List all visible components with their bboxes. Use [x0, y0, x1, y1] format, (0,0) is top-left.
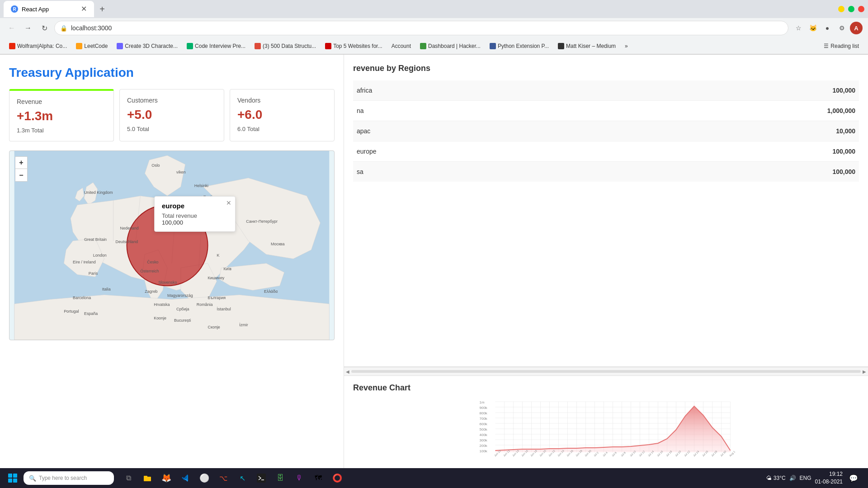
shield-icon[interactable]: ●	[821, 22, 834, 34]
address-bar[interactable]: 🔒 localhost:3000	[54, 21, 788, 35]
bookmark-wolfram-label: Wolfram|Alpha: Co...	[17, 43, 67, 49]
svg-text:100k: 100k	[480, 449, 488, 453]
svg-text:București: București	[174, 318, 191, 323]
region-row-sa: sa 100,000	[353, 162, 859, 182]
minimize-button[interactable]	[838, 6, 844, 12]
tooltip-region: europe	[162, 202, 228, 210]
vendors-card: Vendors +6.0 6.0 Total	[230, 89, 335, 141]
svg-text:Italia: Italia	[102, 287, 111, 291]
bookmark-python[interactable]: Python Extension P...	[486, 41, 552, 51]
svg-text:Great Britain: Great Britain	[84, 237, 107, 242]
region-value-na: 1,000,000	[827, 107, 855, 114]
svg-text:Deutschland: Deutschland	[116, 239, 138, 244]
region-value-sa: 100,000	[832, 168, 855, 175]
bookmark-hackerdash[interactable]: Dashboard | Hacker...	[416, 41, 484, 51]
scrollbar-track	[351, 370, 861, 373]
region-name-europe: europe	[357, 148, 377, 155]
address-text: localhost:3000	[71, 24, 112, 32]
bookmark-mattkiser[interactable]: Matt Kiser – Medium	[554, 41, 619, 51]
python-icon	[490, 43, 496, 49]
region-row-africa: africa 100,000	[353, 80, 859, 101]
bookmark-3d[interactable]: Create 3D Characte...	[113, 41, 181, 51]
svg-text:1m: 1m	[480, 400, 485, 404]
tab-bar: R React App ✕ +	[0, 0, 868, 18]
map-tooltip: ✕ europe Total revenue 100,000	[154, 196, 236, 232]
wolfram-icon	[9, 43, 15, 49]
extension-icon[interactable]: 🐱	[807, 22, 819, 34]
vendors-total: 6.0 Total	[237, 126, 327, 132]
bookmark-more[interactable]: »	[621, 41, 632, 51]
svg-text:Кишинеу: Кишинеу	[208, 276, 225, 280]
bookmark-python-label: Python Extension P...	[498, 43, 549, 49]
svg-text:800k: 800k	[480, 411, 488, 415]
customers-value: +5.0	[127, 108, 217, 122]
region-scrollbar: ◀ ▶	[344, 367, 868, 376]
revenue-chart-svg: 1m 900k 800k 700k 600k 500k 400k 300k 20…	[353, 398, 859, 461]
taskbar: 🔍 Type here to search ⧉ 🦊 ⚪ ⌥ ↖ 🗄 🎙 🗺 ⭕	[0, 468, 868, 469]
svg-text:600k: 600k	[480, 422, 488, 426]
scroll-right-button[interactable]: ▶	[863, 369, 866, 374]
region-value-europe: 100,000	[832, 148, 855, 155]
svg-text:İzmir: İzmir	[239, 323, 248, 327]
svg-text:Zagreb: Zagreb	[145, 289, 157, 294]
active-tab[interactable]: R React App ✕	[4, 1, 94, 17]
new-tab-button[interactable]: +	[96, 3, 108, 15]
svg-text:España: España	[84, 311, 98, 316]
medium-icon	[558, 43, 564, 49]
zoom-in-button[interactable]: +	[15, 156, 28, 169]
svg-text:Hrvatska: Hrvatska	[154, 302, 170, 307]
svg-text:İstanbul: İstanbul	[217, 307, 231, 311]
tooltip-value: 100,000	[162, 219, 228, 226]
region-name-apac: apac	[357, 127, 370, 135]
svg-text:Barcelona: Barcelona	[73, 296, 91, 300]
bookmark-3d-label: Create 3D Characte...	[125, 43, 178, 49]
bookmark-star-button[interactable]: ☆	[792, 22, 805, 34]
bookmark-code-interview[interactable]: Code Interview Pre...	[183, 41, 249, 51]
bookmark-leetcode[interactable]: LeetCode	[72, 41, 111, 51]
region-row-apac: apac 10,000	[353, 121, 859, 141]
back-button[interactable]: ←	[5, 22, 18, 34]
bookmark-hackerdash-label: Dashboard | Hacker...	[428, 43, 481, 49]
region-name-sa: sa	[357, 168, 363, 175]
tab-close-button[interactable]: ✕	[81, 5, 87, 13]
bookmark-500ds-label: (3) 500 Data Structu...	[263, 43, 316, 49]
forward-button[interactable]: →	[22, 22, 34, 34]
map-container: + −	[9, 150, 335, 340]
svg-text:Koоnje: Koоnje	[154, 316, 166, 320]
nav-bar: ← → ↻ 🔒 localhost:3000 ☆ 🐱 ● ⚙ A	[0, 18, 868, 38]
vendors-value: +6.0	[237, 108, 327, 122]
tab-title: React App	[22, 6, 49, 13]
revenue-value: +1.3m	[17, 109, 106, 123]
svg-text:700k: 700k	[480, 417, 488, 421]
bookmark-top5[interactable]: Top 5 Websites for...	[321, 41, 386, 51]
bookmark-account-label: Account	[392, 43, 411, 49]
revenue-total: 1.3m Total	[17, 127, 106, 134]
bookmark-wolfram[interactable]: Wolfram|Alpha: Co...	[5, 41, 71, 51]
svg-text:Česko: Česko	[147, 260, 158, 264]
stats-row: Revenue +1.3m 1.3m Total Customers +5.0 …	[9, 89, 335, 141]
bookmark-500ds[interactable]: (3) 500 Data Structu...	[251, 41, 320, 51]
browser-chrome: R React App ✕ + ← → ↻ 🔒 localhost:3000 ☆…	[0, 0, 868, 55]
svg-text:Eire / Ireland: Eire / Ireland	[73, 260, 96, 264]
zoom-out-button[interactable]: −	[15, 169, 28, 182]
tooltip-close-button[interactable]: ✕	[226, 199, 231, 206]
revenue-regions-section: revenue by Regions africa 100,000 na 1,0…	[344, 55, 868, 367]
user-avatar[interactable]: A	[850, 22, 863, 34]
close-button[interactable]	[858, 6, 864, 12]
restore-button[interactable]	[848, 6, 854, 12]
reading-list-icon: ☰	[824, 43, 829, 49]
tab-favicon: R	[11, 5, 18, 13]
customers-label: Customers	[127, 97, 217, 104]
svg-text:Helsinki: Helsinki	[194, 183, 208, 188]
svg-text:Paris: Paris	[89, 271, 98, 276]
map-controls: + −	[15, 156, 28, 182]
settings-icon[interactable]: ⚙	[835, 22, 848, 34]
scroll-left-button[interactable]: ◀	[346, 369, 349, 374]
region-name-na: na	[357, 107, 364, 114]
svg-text:Portugal: Portugal	[64, 309, 79, 314]
lock-icon: 🔒	[60, 25, 67, 32]
refresh-button[interactable]: ↻	[38, 22, 51, 34]
svg-text:viken: viken	[176, 170, 186, 174]
bookmark-reading-list[interactable]: ☰ Reading list	[820, 41, 863, 51]
bookmark-account[interactable]: Account	[388, 41, 415, 51]
